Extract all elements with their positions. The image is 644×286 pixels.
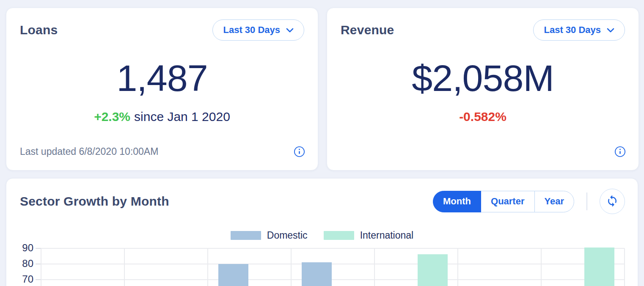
gridline-horizontal bbox=[41, 248, 625, 249]
gridline-vertical bbox=[624, 248, 625, 286]
loans-delta-value: +2.3% bbox=[94, 110, 130, 124]
revenue-delta-row: -0.582% bbox=[327, 110, 638, 124]
y-axis-tick-label: 90 bbox=[14, 242, 33, 253]
sector-growth-card: Sector Growth by Month Month Quarter Yea… bbox=[6, 178, 638, 286]
revenue-card-title: Revenue bbox=[341, 23, 394, 37]
revenue-period-dropdown[interactable]: Last 30 Days bbox=[533, 19, 625, 41]
bar-chart-plot: 908070 bbox=[6, 179, 638, 286]
bar-domestic bbox=[218, 264, 248, 286]
loans-period-dropdown[interactable]: Last 30 Days bbox=[212, 19, 304, 41]
revenue-card-footer bbox=[341, 146, 626, 157]
gridline-vertical bbox=[41, 248, 41, 286]
loans-info-button[interactable] bbox=[294, 146, 305, 157]
bar-international bbox=[418, 254, 448, 286]
revenue-period-dropdown-label: Last 30 Days bbox=[544, 25, 601, 36]
revenue-card-header: Revenue Last 30 Days bbox=[341, 19, 625, 41]
gridline-vertical bbox=[374, 248, 375, 286]
loans-delta-context: since Jan 1 2020 bbox=[134, 110, 230, 124]
revenue-value: $2,058M bbox=[327, 59, 638, 98]
y-axis-tick-label: 80 bbox=[14, 258, 33, 270]
gridline-vertical bbox=[291, 248, 292, 286]
y-axis-tick-label: 70 bbox=[14, 273, 33, 285]
revenue-info-button[interactable] bbox=[614, 146, 626, 157]
bar-domestic bbox=[302, 262, 332, 286]
loans-last-updated: Last updated 6/8/2020 10:00AM bbox=[20, 146, 158, 157]
loans-delta-row: +2.3%since Jan 1 2020 bbox=[6, 110, 318, 124]
info-icon bbox=[614, 152, 626, 159]
loans-card-title: Loans bbox=[20, 23, 58, 37]
loans-value: 1,487 bbox=[6, 59, 318, 98]
loans-period-dropdown-label: Last 30 Days bbox=[223, 25, 280, 36]
chevron-down-icon bbox=[286, 28, 294, 33]
gridline-vertical bbox=[541, 248, 542, 286]
gridline-vertical bbox=[124, 248, 125, 286]
gridline-vertical bbox=[207, 248, 208, 286]
revenue-card: Revenue Last 30 Days $2,058M -0.582% bbox=[327, 8, 639, 170]
gridline-vertical bbox=[457, 248, 458, 286]
info-icon bbox=[294, 152, 305, 159]
dashboard-page: { "loans_card": { "title": "Loans", "per… bbox=[0, 0, 644, 286]
tab-month[interactable]: Month bbox=[433, 191, 481, 212]
bar-international bbox=[584, 248, 614, 286]
revenue-delta-value: -0.582% bbox=[459, 110, 506, 124]
chevron-down-icon bbox=[607, 28, 614, 33]
loans-card-header: Loans Last 30 Days bbox=[20, 19, 304, 41]
gridline-horizontal bbox=[41, 279, 625, 280]
loans-card-footer: Last updated 6/8/2020 10:00AM bbox=[20, 146, 305, 157]
gridline-horizontal bbox=[41, 264, 625, 264]
loans-card: Loans Last 30 Days 1,487 +2.3%since Jan … bbox=[6, 8, 318, 170]
